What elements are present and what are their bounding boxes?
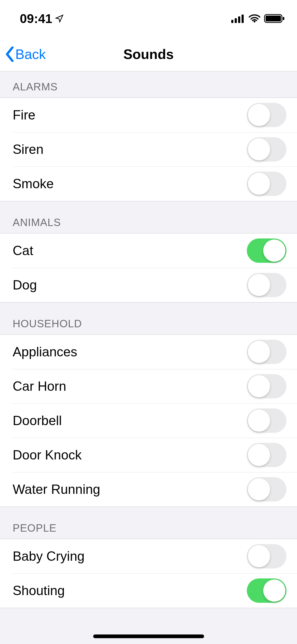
- toggle-car-horn[interactable]: [247, 374, 286, 398]
- row-siren: Siren: [0, 132, 297, 167]
- row-label-water-running: Water Running: [13, 482, 247, 497]
- location-icon: [55, 14, 64, 23]
- toggle-shouting[interactable]: [247, 578, 286, 603]
- row-car-horn: Car Horn: [0, 369, 297, 403]
- toggle-baby-crying[interactable]: [247, 544, 286, 568]
- svg-rect-2: [238, 16, 240, 23]
- table-view[interactable]: AlarmsFireSirenSmokeAnimalsCatDogHouseho…: [0, 71, 297, 644]
- row-label-doorbell: Doorbell: [13, 413, 247, 428]
- battery-icon: [264, 13, 285, 24]
- row-label-baby-crying: Baby Crying: [13, 549, 247, 564]
- row-label-siren: Siren: [13, 142, 247, 157]
- row-label-cat: Cat: [13, 243, 247, 258]
- row-cat: Cat: [0, 233, 297, 268]
- toggle-smoke[interactable]: [247, 172, 286, 196]
- toggle-door-knock[interactable]: [247, 443, 286, 467]
- row-label-dog: Dog: [13, 277, 247, 293]
- wifi-icon: [248, 14, 261, 23]
- section-rows-alarms: FireSirenSmoke: [0, 98, 297, 201]
- row-door-knock: Door Knock: [0, 438, 297, 472]
- row-appliances: Appliances: [0, 335, 297, 369]
- cellular-icon: [231, 14, 245, 23]
- back-label: Back: [15, 46, 46, 62]
- row-label-appliances: Appliances: [13, 344, 247, 360]
- row-baby-crying: Baby Crying: [0, 539, 297, 573]
- row-dog: Dog: [0, 268, 297, 302]
- svg-rect-5: [266, 16, 281, 21]
- navigation-bar: Back Sounds: [0, 37, 297, 71]
- toggle-fire[interactable]: [247, 103, 286, 127]
- toggle-doorbell[interactable]: [247, 408, 286, 433]
- chevron-left-icon: [5, 47, 15, 62]
- home-indicator[interactable]: [93, 634, 204, 638]
- status-time: 09:41: [20, 11, 52, 26]
- section-rows-household: AppliancesCar HornDoorbellDoor KnockWate…: [0, 334, 297, 507]
- toggle-water-running[interactable]: [247, 477, 286, 502]
- row-smoke: Smoke: [0, 167, 297, 201]
- toggle-siren[interactable]: [247, 137, 286, 162]
- section-header-alarms: Alarms: [0, 71, 297, 98]
- row-label-fire: Fire: [13, 107, 247, 123]
- toggle-cat[interactable]: [247, 238, 286, 263]
- back-button[interactable]: Back: [5, 46, 46, 62]
- svg-rect-3: [242, 15, 244, 23]
- svg-rect-1: [235, 18, 237, 23]
- toggle-dog[interactable]: [247, 273, 286, 297]
- toggle-appliances[interactable]: [247, 340, 286, 364]
- section-rows-animals: CatDog: [0, 233, 297, 302]
- section-header-animals: Animals: [0, 201, 297, 233]
- row-label-shouting: Shouting: [13, 583, 247, 598]
- section-rows-people: Baby CryingShouting: [0, 539, 297, 608]
- row-water-running: Water Running: [0, 472, 297, 507]
- row-fire: Fire: [0, 98, 297, 132]
- status-bar: 09:41: [0, 0, 297, 37]
- section-header-people: People: [0, 507, 297, 539]
- row-doorbell: Doorbell: [0, 403, 297, 438]
- row-label-car-horn: Car Horn: [13, 379, 247, 394]
- section-header-household: Household: [0, 302, 297, 334]
- svg-rect-0: [231, 20, 233, 23]
- row-label-door-knock: Door Knock: [13, 447, 247, 463]
- svg-rect-6: [283, 17, 284, 20]
- row-shouting: Shouting: [0, 573, 297, 608]
- row-label-smoke: Smoke: [13, 176, 247, 191]
